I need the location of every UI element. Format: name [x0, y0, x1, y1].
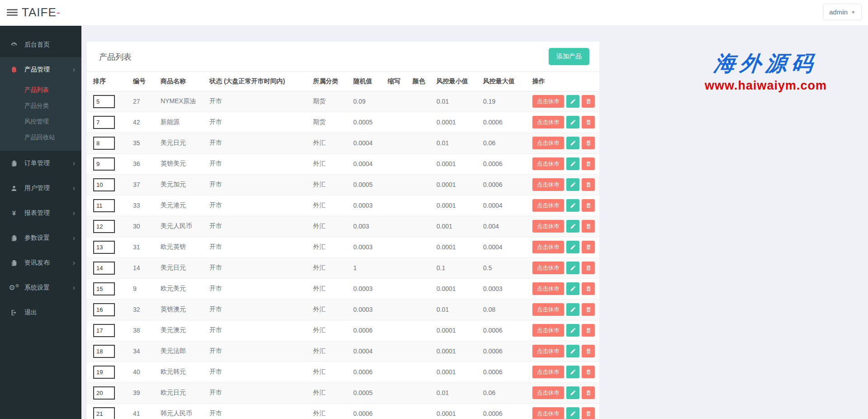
edit-button[interactable]: [566, 262, 579, 274]
close-market-button[interactable]: 点击休市: [532, 157, 564, 170]
sort-order-input[interactable]: [93, 282, 115, 295]
delete-button[interactable]: [582, 407, 595, 419]
sort-order-input[interactable]: [93, 137, 115, 150]
close-market-button[interactable]: 点击休市: [532, 220, 564, 233]
delete-button[interactable]: [582, 178, 595, 191]
delete-button[interactable]: [582, 157, 595, 170]
delete-button[interactable]: [582, 386, 595, 399]
close-market-button[interactable]: 点击休市: [532, 178, 564, 191]
sidebar-item-5[interactable]: 参数设置›: [0, 225, 81, 250]
edit-button[interactable]: [566, 241, 579, 253]
close-market-button[interactable]: 点击休市: [532, 345, 564, 357]
sidebar-item-1[interactable]: ฿产品管理›: [0, 57, 81, 82]
sidebar-item-8[interactable]: 退出: [0, 300, 81, 325]
hamburger-menu-icon[interactable]: [7, 8, 18, 18]
close-market-button[interactable]: 点击休市: [532, 407, 564, 419]
color-text: [413, 341, 436, 362]
delete-button[interactable]: [582, 116, 595, 129]
sidebar-subitem-1-3[interactable]: 产品回收站: [0, 129, 81, 145]
actions-cell: 点击休市: [532, 403, 599, 419]
edit-button[interactable]: [566, 345, 579, 357]
sort-order-input[interactable]: [93, 241, 115, 254]
close-market-button[interactable]: 点击休市: [532, 116, 564, 129]
sidebar-item-4[interactable]: ¥报表管理›: [0, 200, 81, 225]
close-market-button[interactable]: 点击休市: [532, 282, 564, 295]
edit-button[interactable]: [566, 95, 579, 108]
edit-button[interactable]: [566, 220, 579, 233]
color-text: [413, 382, 436, 403]
delete-button[interactable]: [582, 282, 595, 295]
delete-button[interactable]: [582, 220, 595, 233]
edit-button[interactable]: [566, 116, 579, 129]
abbr-text: [388, 382, 413, 403]
add-product-button[interactable]: 添加产品: [549, 48, 589, 65]
risk-max-value: 0.0006: [483, 153, 532, 174]
delete-button[interactable]: [582, 366, 595, 378]
close-market-button[interactable]: 点击休市: [532, 262, 564, 274]
delete-button[interactable]: [582, 95, 595, 108]
edit-button[interactable]: [566, 324, 579, 337]
edit-button[interactable]: [566, 199, 579, 212]
trash-icon: [585, 202, 592, 209]
close-market-button[interactable]: 点击休市: [532, 366, 564, 378]
sort-order-input[interactable]: [93, 345, 115, 358]
pencil-icon: [570, 98, 576, 105]
delete-button[interactable]: [582, 324, 595, 337]
sort-order-input[interactable]: [93, 262, 115, 275]
pencil-icon: [570, 306, 576, 313]
pencil-icon: [570, 202, 576, 209]
sort-order-input[interactable]: [93, 220, 115, 233]
edit-button[interactable]: [566, 303, 579, 316]
color-text: [413, 174, 436, 195]
delete-button[interactable]: [582, 262, 595, 274]
delete-button[interactable]: [582, 345, 595, 357]
close-market-button[interactable]: 点击休市: [532, 386, 564, 399]
random-value: 0.0004: [353, 341, 388, 362]
delete-button[interactable]: [582, 137, 595, 149]
files-icon: [9, 160, 19, 167]
sort-order-input[interactable]: [93, 116, 115, 129]
product-name: 美元澳元: [161, 320, 209, 341]
delete-button[interactable]: [582, 303, 595, 316]
product-name: 美元人民币: [161, 216, 209, 237]
sort-order-input[interactable]: [93, 324, 115, 337]
actions-cell: 点击休市: [532, 112, 599, 133]
edit-button[interactable]: [566, 282, 579, 295]
close-market-button[interactable]: 点击休市: [532, 199, 564, 212]
sidebar-item-7[interactable]: ⚙⚙系统设置›: [0, 275, 81, 300]
close-market-button[interactable]: 点击休市: [532, 303, 564, 316]
color-text: [413, 195, 436, 216]
close-market-button[interactable]: 点击休市: [532, 137, 564, 149]
sort-order-input[interactable]: [93, 407, 115, 419]
edit-button[interactable]: [566, 386, 579, 399]
sort-order-input[interactable]: [93, 199, 115, 212]
edit-button[interactable]: [566, 407, 579, 419]
edit-button[interactable]: [566, 157, 579, 170]
sort-order-input[interactable]: [93, 366, 115, 379]
sidebar-item-0[interactable]: 后台首页: [0, 32, 81, 57]
sort-order-input[interactable]: [93, 157, 115, 171]
delete-button[interactable]: [582, 241, 595, 253]
category-text: 外汇: [313, 257, 353, 278]
sort-order-input[interactable]: [93, 95, 115, 108]
edit-button[interactable]: [566, 366, 579, 378]
sidebar-subitem-1-1[interactable]: 产品分类: [0, 98, 81, 114]
delete-button[interactable]: [582, 199, 595, 212]
close-market-button[interactable]: 点击休市: [532, 324, 564, 337]
user-menu-button[interactable]: admin ▼: [823, 4, 862, 20]
sort-order-input[interactable]: [93, 386, 115, 400]
sidebar-subitem-1-0[interactable]: 产品列表: [0, 82, 81, 98]
sort-order-input[interactable]: [93, 178, 115, 191]
close-market-button[interactable]: 点击休市: [532, 241, 564, 253]
category-text: 外汇: [313, 403, 353, 419]
sidebar-item-label: 订单管理: [24, 159, 50, 167]
random-value: 0.0003: [353, 237, 388, 257]
close-market-button[interactable]: 点击休市: [532, 95, 564, 108]
sidebar-subitem-1-2[interactable]: 风控管理: [0, 114, 81, 129]
sort-order-input[interactable]: [93, 303, 115, 316]
edit-button[interactable]: [566, 137, 579, 149]
sidebar-item-3[interactable]: 用户管理›: [0, 176, 81, 200]
edit-button[interactable]: [566, 178, 579, 191]
sidebar-item-6[interactable]: 资讯发布›: [0, 250, 81, 275]
sidebar-item-2[interactable]: 订单管理›: [0, 151, 81, 176]
